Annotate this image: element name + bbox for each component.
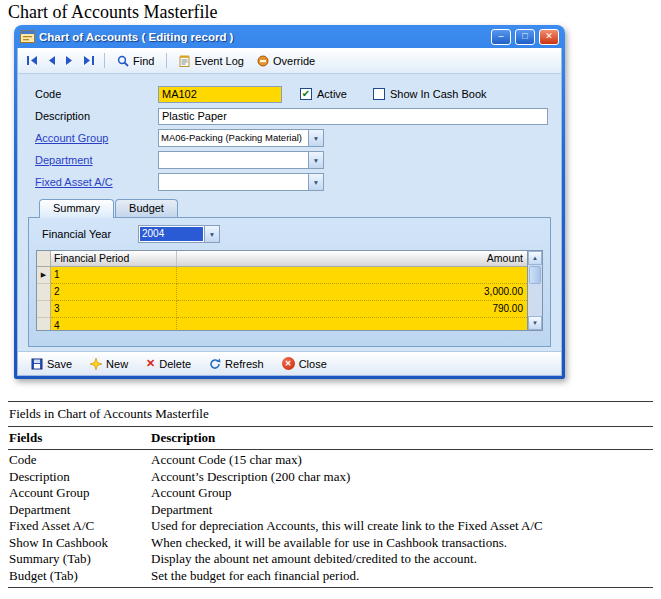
scrollbar-track[interactable] <box>528 285 542 316</box>
nav-first-icon <box>27 56 38 65</box>
grid-body: Financial Period Amount ▶ 1 2 3,000.00 <box>37 251 527 330</box>
grid-selector-header <box>37 251 51 266</box>
new-icon <box>90 358 102 370</box>
amount-cell[interactable] <box>177 267 527 284</box>
field-description: When checked, it will be available for u… <box>151 535 653 552</box>
department-combo[interactable]: ▼ <box>158 151 324 169</box>
window-icon <box>20 30 35 43</box>
override-button[interactable]: Override <box>252 53 320 69</box>
save-icon <box>31 358 43 370</box>
refresh-button[interactable]: Refresh <box>203 356 270 372</box>
financial-period-grid: Financial Period Amount ▶ 1 2 3,000.00 <box>36 250 543 331</box>
header-fields: Fields <box>9 430 151 446</box>
window-titlebar[interactable]: Chart of Accounts ( Editing record ) – □… <box>17 25 562 48</box>
table-row: Description Account’s Description (200 c… <box>8 469 653 486</box>
nav-first-button[interactable] <box>24 55 41 66</box>
event-log-button[interactable]: Event Log <box>174 53 249 69</box>
grid-header: Financial Period Amount <box>37 251 527 267</box>
save-button[interactable]: Save <box>25 356 78 372</box>
delete-label: Delete <box>159 358 191 370</box>
row-selector[interactable] <box>37 318 51 330</box>
period-cell[interactable]: 3 <box>51 301 177 318</box>
account-group-combo[interactable]: MA06-Packing (Packing Material) ▼ <box>158 129 324 147</box>
table-row: Show In Cashbook When checked, it will b… <box>8 535 653 552</box>
scrollbar-thumb[interactable] <box>529 266 541 284</box>
tab-strip: Summary Budget <box>18 197 561 217</box>
table-row[interactable]: 3 790.00 <box>37 301 527 318</box>
field-name: Description <box>9 469 151 486</box>
tab-budget[interactable]: Budget <box>115 199 178 217</box>
vertical-scrollbar[interactable]: ▲ ▼ <box>527 251 542 330</box>
row-selector[interactable] <box>37 284 51 301</box>
amount-cell[interactable] <box>177 318 527 330</box>
nav-next-button[interactable] <box>62 55 77 66</box>
window-client-area: Find Event Log Override Code ✔ Active <box>17 48 562 376</box>
financial-year-combo[interactable]: 2004 ▼ <box>138 225 220 243</box>
description-input[interactable] <box>158 108 548 125</box>
delete-button[interactable]: ✕ Delete <box>140 355 197 372</box>
code-label: Code <box>35 88 158 100</box>
period-cell[interactable]: 1 <box>51 267 177 284</box>
active-checkbox-group[interactable]: ✔ Active <box>300 88 347 100</box>
close-button[interactable]: ✕ Close <box>276 355 333 372</box>
nav-previous-button[interactable] <box>44 55 59 66</box>
save-label: Save <box>47 358 72 370</box>
account-group-link[interactable]: Account Group <box>35 132 158 144</box>
period-cell[interactable]: 2 <box>51 284 177 301</box>
show-in-cash-book-checkbox[interactable] <box>373 88 385 100</box>
chevron-down-icon[interactable]: ▼ <box>204 226 219 242</box>
row-pointer-icon[interactable]: ▶ <box>37 267 51 284</box>
active-checkbox[interactable]: ✔ <box>300 88 312 100</box>
field-description: Department <box>151 502 653 519</box>
event-log-icon <box>179 55 190 67</box>
table-row[interactable]: 2 3,000.00 <box>37 284 527 301</box>
show-in-cash-book-checkbox-group[interactable]: Show In Cash Book <box>373 88 487 100</box>
fixed-asset-link[interactable]: Fixed Asset A/C <box>35 176 158 188</box>
department-row: Department ▼ <box>18 149 561 171</box>
fields-documentation: Fields in Chart of Accounts Masterfile F… <box>8 401 653 588</box>
column-financial-period[interactable]: Financial Period <box>51 251 177 266</box>
find-button[interactable]: Find <box>112 53 159 69</box>
field-name: Summary (Tab) <box>9 551 151 568</box>
chevron-down-icon[interactable]: ▼ <box>308 130 323 146</box>
financial-year-row: Financial Year 2004 ▼ <box>36 223 543 245</box>
table-row[interactable]: 4 <box>37 318 527 330</box>
table-row: Account Group Account Group <box>8 485 653 502</box>
table-row: Summary (Tab) Display the abount net amo… <box>8 551 653 568</box>
amount-cell[interactable]: 3,000.00 <box>177 284 527 301</box>
field-description: Set the budget for each financial period… <box>151 568 653 585</box>
row-selector[interactable] <box>37 301 51 318</box>
chevron-down-icon[interactable]: ▼ <box>308 152 323 168</box>
close-window-button[interactable]: ✕ <box>539 29 559 45</box>
nav-last-button[interactable] <box>80 55 97 66</box>
fixed-asset-value <box>159 174 308 190</box>
amount-cell[interactable]: 790.00 <box>177 301 527 318</box>
code-input[interactable] <box>158 86 282 103</box>
column-amount[interactable]: Amount <box>177 251 527 266</box>
minimize-button[interactable]: – <box>491 29 511 45</box>
bottom-toolbar: Save New ✕ Delete Refresh ✕ Close <box>18 351 561 375</box>
search-icon <box>117 55 129 67</box>
chevron-down-icon[interactable]: ▼ <box>308 174 323 190</box>
close-icon: ✕ <box>282 357 295 370</box>
summary-panel: Financial Year 2004 ▼ Financial Period A… <box>28 217 551 347</box>
window-title: Chart of Accounts ( Editing record ) <box>39 31 487 43</box>
active-label: Active <box>317 88 347 100</box>
new-button[interactable]: New <box>84 356 134 372</box>
field-name: Fixed Asset A/C <box>9 518 151 535</box>
department-value <box>159 152 308 168</box>
top-toolbar: Find Event Log Override <box>18 48 561 74</box>
fixed-asset-combo[interactable]: ▼ <box>158 173 324 191</box>
department-link[interactable]: Department <box>35 154 158 166</box>
refresh-icon <box>209 358 221 370</box>
fixed-asset-row: Fixed Asset A/C ▼ <box>18 171 561 193</box>
close-label: Close <box>299 358 327 370</box>
scroll-up-icon[interactable]: ▲ <box>528 251 542 265</box>
scroll-down-icon[interactable]: ▼ <box>528 316 542 330</box>
period-cell[interactable]: 4 <box>51 318 177 330</box>
table-row[interactable]: ▶ 1 <box>37 267 527 284</box>
fields-table-body: Code Account Code (15 char max) Descript… <box>8 450 653 587</box>
maximize-button[interactable]: □ <box>515 29 535 45</box>
field-name: Code <box>9 452 151 469</box>
tab-summary[interactable]: Summary <box>39 199 114 218</box>
